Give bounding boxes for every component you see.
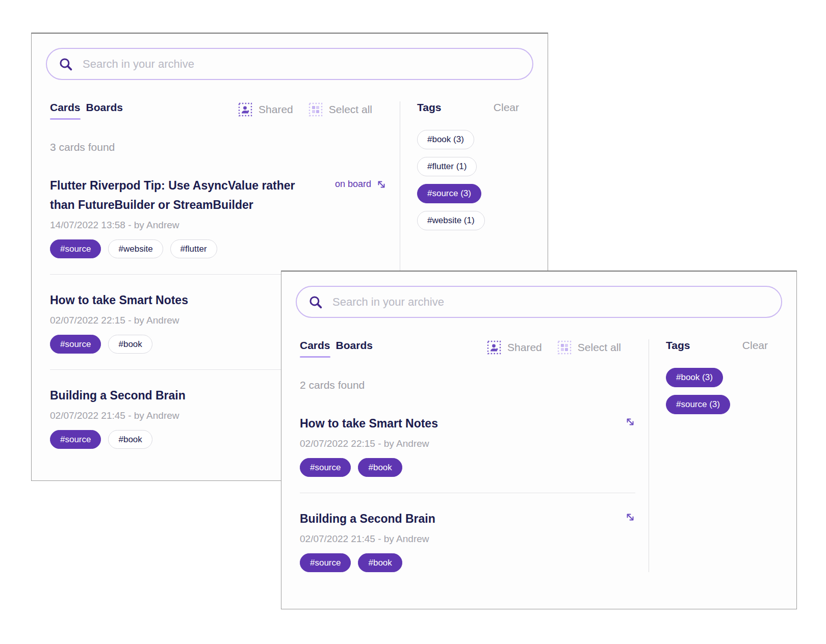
select-all-label: Select all (578, 341, 621, 354)
tag-pill[interactable]: #source (300, 458, 351, 477)
tab-active-underline (300, 356, 330, 358)
card-meta: 02/07/2022 21:45 - by Andrew (300, 533, 635, 545)
tab-boards-label: Boards (86, 101, 123, 113)
tag-pill[interactable]: #source (50, 239, 101, 258)
tab-cards[interactable]: Cards (50, 101, 81, 120)
search-bar[interactable] (296, 286, 782, 318)
tags-panel-header: Tags Clear (666, 339, 768, 352)
shared-icon (238, 102, 252, 117)
shared-label: Shared (507, 341, 542, 354)
card-tags: #source #website #flutter (50, 239, 386, 258)
tabs: Cards Boards (300, 339, 373, 358)
select-all-icon (557, 340, 572, 355)
tabs-row: Cards Boards (300, 339, 635, 358)
shared-label: Shared (259, 103, 293, 116)
tags-filter-list: #book (3) #source (3) (666, 368, 768, 414)
card-item: Building a Second Brain 02/07/20 (300, 509, 635, 572)
cards-list: How to take Smart Notes 02/07/20 (300, 414, 635, 572)
search-input[interactable] (331, 295, 770, 309)
tab-inactive-underline (86, 118, 123, 120)
card-tags: #source #book (300, 553, 635, 572)
card-item: How to take Smart Notes 02/07/20 (300, 414, 635, 477)
expand-icon (625, 512, 635, 522)
tag-pill[interactable]: #website (108, 239, 163, 258)
select-all-label: Select all (329, 103, 372, 116)
on-board-link[interactable]: on board (335, 176, 386, 190)
shared-button[interactable]: Shared (487, 340, 542, 355)
expand-card-button[interactable] (625, 509, 635, 522)
clear-tags-button[interactable]: Clear (494, 101, 519, 114)
tab-cards-label: Cards (50, 101, 81, 113)
tag-filter-pill[interactable]: #book (3) (417, 130, 474, 149)
tabs-row: Cards Boards (50, 101, 386, 120)
expand-icon (376, 179, 386, 190)
tag-filter-pill[interactable]: #book (3) (666, 368, 723, 387)
card-meta: 02/07/2022 22:15 - by Andrew (300, 438, 635, 449)
tab-inactive-underline (336, 356, 373, 358)
tag-pill[interactable]: #book (358, 553, 402, 572)
cards-column: Cards Boards (281, 339, 649, 572)
tag-pill[interactable]: #book (108, 335, 152, 354)
card-divider (300, 493, 635, 493)
tab-boards-label: Boards (336, 339, 373, 351)
card-title-row: Building a Second Brain (300, 509, 635, 528)
tag-pill[interactable]: #source (50, 430, 101, 449)
tag-filter-pill[interactable]: #website (1) (417, 211, 485, 230)
shared-button[interactable]: Shared (238, 102, 293, 117)
expand-icon (625, 417, 635, 427)
tag-filter-pill[interactable]: #source (3) (666, 395, 730, 414)
card-title[interactable]: Flutter Riverpod Tip: Use AsyncValue rat… (50, 176, 315, 214)
tags-panel-title: Tags (417, 101, 441, 114)
tabs: Cards Boards (50, 101, 123, 120)
tab-cards[interactable]: Cards (300, 339, 330, 358)
search-icon (58, 57, 73, 72)
tab-active-underline (50, 118, 81, 120)
card-item: Flutter Riverpod Tip: Use AsyncValue rat… (50, 176, 386, 258)
card-meta: 14/07/2022 13:58 - by Andrew (50, 220, 386, 231)
search-bar-container (296, 286, 782, 318)
tag-pill[interactable]: #source (50, 335, 101, 354)
tag-filter-pill[interactable]: #source (3) (417, 184, 481, 203)
tag-pill[interactable]: #book (358, 458, 402, 477)
tab-boards[interactable]: Boards (86, 101, 123, 120)
tab-cards-label: Cards (300, 339, 330, 351)
expand-card-button[interactable] (625, 414, 635, 427)
search-bar-container (46, 48, 533, 80)
content-row: Cards Boards (281, 339, 796, 572)
card-title[interactable]: Building a Second Brain (300, 509, 625, 528)
tags-filter-list: #book (3) #flutter (1) #source (3) #webs… (417, 130, 519, 230)
card-title-row: How to take Smart Notes (300, 414, 635, 433)
card-title[interactable]: How to take Smart Notes (300, 414, 625, 433)
tag-pill[interactable]: #source (300, 553, 351, 572)
select-all-button[interactable]: Select all (557, 340, 621, 355)
select-all-icon (308, 102, 323, 117)
results-count: 2 cards found (300, 379, 635, 391)
search-input[interactable] (82, 57, 521, 71)
search-icon (308, 294, 323, 310)
toolbar: Shared Select all (487, 339, 621, 355)
tags-panel-title: Tags (666, 339, 690, 352)
card-title-row: Flutter Riverpod Tip: Use AsyncValue rat… (50, 176, 386, 214)
toolbar: Shared Select all (238, 101, 372, 117)
clear-tags-button[interactable]: Clear (742, 339, 768, 352)
search-bar[interactable] (46, 48, 533, 80)
results-count: 3 cards found (50, 141, 386, 153)
on-board-label: on board (335, 179, 371, 190)
tag-pill[interactable]: #book (108, 430, 152, 449)
tag-pill[interactable]: #flutter (170, 239, 217, 258)
tags-panel-header: Tags Clear (417, 101, 519, 114)
tag-filter-pill[interactable]: #flutter (1) (417, 157, 477, 176)
card-tags: #source #book (300, 458, 635, 477)
tags-panel: Tags Clear #book (3) #source (3) (649, 339, 796, 572)
shared-icon (487, 340, 501, 355)
archive-window-front: Cards Boards (281, 271, 797, 609)
tab-boards[interactable]: Boards (336, 339, 373, 358)
select-all-button[interactable]: Select all (308, 102, 372, 117)
